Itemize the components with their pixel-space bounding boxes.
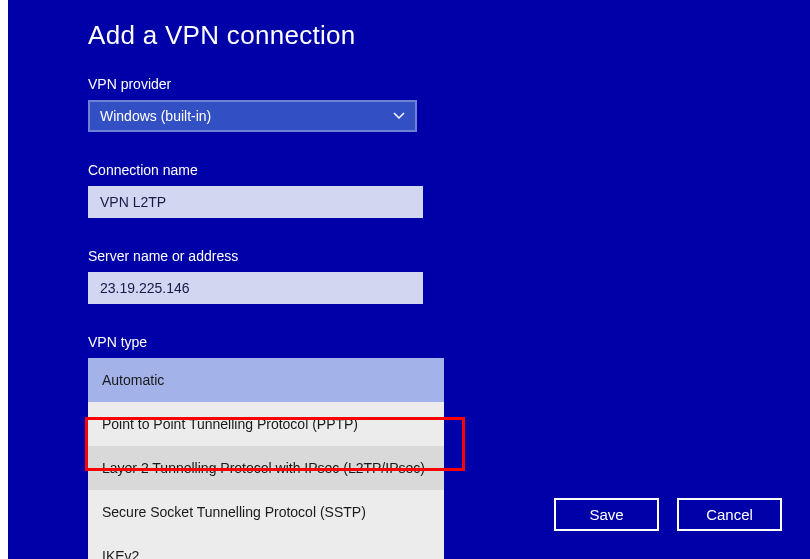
dialog-button-row: Save Cancel — [554, 498, 782, 531]
chevron-down-icon — [393, 112, 405, 120]
server-address-value: 23.19.225.146 — [100, 280, 190, 296]
vpn-type-option-ikev2[interactable]: IKEv2 — [88, 534, 444, 559]
vpn-settings-panel: Add a VPN connection VPN provider Window… — [8, 0, 810, 559]
connection-name-group: Connection name VPN L2TP — [88, 162, 810, 218]
server-address-input[interactable]: 23.19.225.146 — [88, 272, 423, 304]
vpn-provider-group: VPN provider Windows (built-in) — [88, 76, 810, 132]
edge-background-text — [0, 0, 8, 559]
save-button[interactable]: Save — [554, 498, 659, 531]
cancel-button[interactable]: Cancel — [677, 498, 782, 531]
vpn-type-option-sstp[interactable]: Secure Socket Tunnelling Protocol (SSTP) — [88, 490, 444, 534]
page-title: Add a VPN connection — [88, 20, 810, 51]
vpn-provider-dropdown[interactable]: Windows (built-in) — [88, 100, 417, 132]
vpn-provider-value: Windows (built-in) — [100, 108, 211, 124]
vpn-type-option-pptp[interactable]: Point to Point Tunnelling Protocol (PPTP… — [88, 402, 444, 446]
connection-name-input[interactable]: VPN L2TP — [88, 186, 423, 218]
vpn-provider-label: VPN provider — [88, 76, 810, 92]
vpn-type-dropdown-list: Automatic Point to Point Tunnelling Prot… — [88, 358, 444, 559]
server-address-group: Server name or address 23.19.225.146 — [88, 248, 810, 304]
connection-name-label: Connection name — [88, 162, 810, 178]
vpn-type-option-automatic[interactable]: Automatic — [88, 358, 444, 402]
vpn-type-label: VPN type — [88, 334, 810, 350]
vpn-type-option-l2tp[interactable]: Layer 2 Tunnelling Protocol with IPsec (… — [88, 446, 444, 490]
server-address-label: Server name or address — [88, 248, 810, 264]
connection-name-value: VPN L2TP — [100, 194, 166, 210]
